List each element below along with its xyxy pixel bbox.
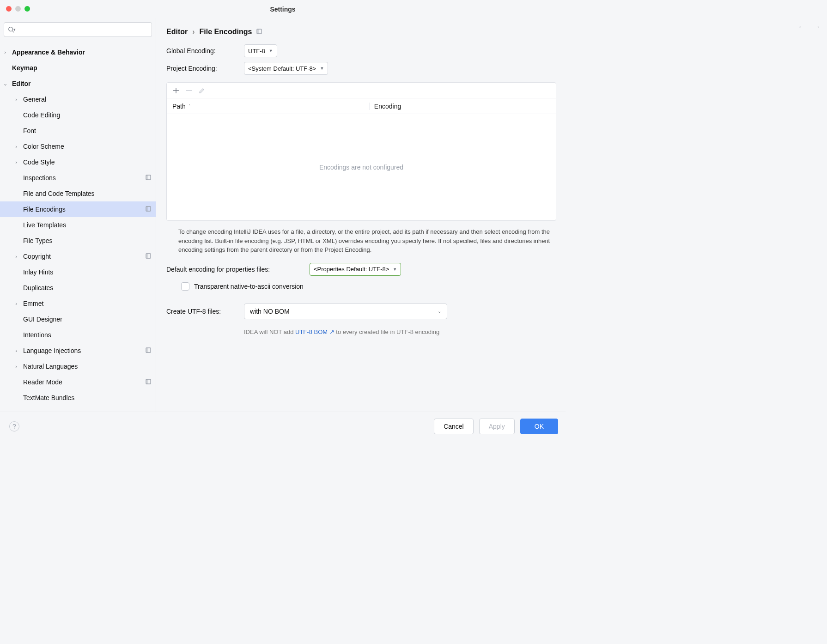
sidebar-item-editor[interactable]: ⌄Editor bbox=[0, 76, 156, 91]
table-empty-message: Encodings are not configured bbox=[167, 114, 556, 220]
settings-tree[interactable]: ›Appearance & BehaviorKeymap⌄Editor›Gene… bbox=[0, 40, 156, 412]
ok-button[interactable]: OK bbox=[520, 419, 558, 434]
sidebar-item-file-and-code-templates[interactable]: File and Code Templates bbox=[0, 186, 156, 201]
properties-files-encoding-dropdown[interactable]: <Properties Default: UTF-8>▼ bbox=[310, 263, 401, 276]
sidebar-item-keymap[interactable]: Keymap bbox=[0, 60, 156, 76]
sidebar-item-label: Color Scheme bbox=[23, 143, 152, 150]
expand-arrow-icon: › bbox=[13, 144, 19, 149]
sidebar-item-reader-mode[interactable]: Reader Mode bbox=[0, 374, 156, 390]
sidebar-item-label: Appearance & Behavior bbox=[12, 49, 152, 56]
svg-rect-5 bbox=[146, 207, 148, 211]
add-button[interactable] bbox=[171, 86, 181, 95]
svg-rect-7 bbox=[146, 254, 148, 258]
project-scope-badge-icon bbox=[146, 253, 152, 260]
encoding-column-header[interactable]: Encoding bbox=[369, 103, 556, 110]
sidebar-item-label: Intentions bbox=[23, 331, 152, 339]
sidebar-item-label: Reader Mode bbox=[23, 378, 146, 386]
sidebar-item-file-encodings[interactable]: File Encodings bbox=[0, 201, 156, 217]
encodings-table: Path˄ Encoding Encodings are not configu… bbox=[166, 82, 556, 221]
bom-hint-text: IDEA will NOT add UTF-8 BOM ↗ to every c… bbox=[244, 328, 556, 335]
sidebar-item-natural-languages[interactable]: ›Natural Languages bbox=[0, 358, 156, 374]
native-to-ascii-checkbox[interactable] bbox=[181, 282, 189, 291]
expand-arrow-icon: › bbox=[13, 254, 19, 259]
breadcrumb-editor[interactable]: Editor bbox=[166, 28, 188, 36]
expand-arrow-icon: ⌄ bbox=[2, 81, 8, 87]
expand-arrow-icon: › bbox=[13, 301, 19, 306]
sidebar-item-label: File Types bbox=[23, 237, 152, 244]
svg-rect-9 bbox=[146, 348, 148, 352]
sidebar: ▾ ›Appearance & BehaviorKeymap⌄Editor›Ge… bbox=[0, 18, 156, 412]
edit-button bbox=[197, 86, 207, 95]
sidebar-item-label: GUI Designer bbox=[23, 316, 152, 323]
sidebar-item-code-style[interactable]: ›Code Style bbox=[0, 154, 156, 170]
sidebar-item-live-templates[interactable]: Live Templates bbox=[0, 217, 156, 233]
chevron-right-icon: › bbox=[192, 28, 195, 36]
global-encoding-label: Global Encoding: bbox=[166, 47, 244, 55]
cancel-button[interactable]: Cancel bbox=[434, 419, 474, 434]
sidebar-item-duplicates[interactable]: Duplicates bbox=[0, 280, 156, 296]
apply-button: Apply bbox=[479, 419, 515, 434]
sidebar-item-label: Font bbox=[23, 127, 152, 134]
svg-rect-11 bbox=[146, 379, 148, 384]
path-column-header[interactable]: Path bbox=[172, 103, 186, 110]
expand-arrow-icon: › bbox=[13, 159, 19, 165]
sidebar-item-label: Live Templates bbox=[23, 221, 152, 229]
utf8-bom-link[interactable]: UTF-8 BOM ↗ bbox=[295, 328, 334, 335]
sidebar-item-general[interactable]: ›General bbox=[0, 91, 156, 107]
sidebar-item-gui-designer[interactable]: GUI Designer bbox=[0, 311, 156, 327]
sidebar-item-label: General bbox=[23, 96, 152, 103]
svg-rect-13 bbox=[257, 29, 259, 34]
expand-arrow-icon: › bbox=[13, 97, 19, 102]
search-history-chevron-icon[interactable]: ▾ bbox=[13, 27, 16, 32]
window-title: Settings bbox=[270, 6, 295, 13]
project-encoding-dropdown[interactable]: <System Default: UTF-8>▼ bbox=[244, 62, 328, 75]
expand-arrow-icon: › bbox=[2, 49, 8, 55]
help-button[interactable]: ? bbox=[9, 421, 19, 431]
project-encoding-label: Project Encoding: bbox=[166, 65, 244, 72]
close-window-button[interactable] bbox=[6, 6, 12, 12]
chevron-down-icon: ▼ bbox=[320, 66, 324, 71]
sidebar-item-appearance-behavior[interactable]: ›Appearance & Behavior bbox=[0, 44, 156, 60]
sidebar-item-label: File Encodings bbox=[23, 206, 146, 213]
sidebar-item-emmet[interactable]: ›Emmet bbox=[0, 296, 156, 311]
properties-files-encoding-label: Default encoding for properties files: bbox=[166, 266, 310, 273]
sidebar-item-label: Code Editing bbox=[23, 111, 152, 119]
project-scope-badge-icon bbox=[256, 29, 262, 35]
project-scope-badge-icon bbox=[146, 347, 152, 354]
sidebar-item-label: Editor bbox=[12, 80, 152, 87]
sidebar-item-intentions[interactable]: Intentions bbox=[0, 327, 156, 343]
sidebar-item-label: Duplicates bbox=[23, 284, 152, 292]
sidebar-item-label: Natural Languages bbox=[23, 363, 152, 370]
sidebar-item-inspections[interactable]: Inspections bbox=[0, 170, 156, 186]
sidebar-item-font[interactable]: Font bbox=[0, 123, 156, 139]
maximize-window-button[interactable] bbox=[24, 6, 30, 12]
main-panel: ← → Editor › File Encodings Global Encod… bbox=[156, 18, 566, 412]
sidebar-item-color-scheme[interactable]: ›Color Scheme bbox=[0, 139, 156, 154]
sidebar-item-file-types[interactable]: File Types bbox=[0, 233, 156, 249]
sidebar-item-label: Copyright bbox=[23, 253, 146, 260]
sidebar-item-label: File and Code Templates bbox=[23, 190, 152, 197]
svg-point-0 bbox=[9, 27, 13, 31]
svg-rect-3 bbox=[146, 175, 148, 180]
expand-arrow-icon: › bbox=[13, 348, 19, 353]
sidebar-item-label: Emmet bbox=[23, 300, 152, 307]
sidebar-item-code-editing[interactable]: Code Editing bbox=[0, 107, 156, 123]
sidebar-item-copyright[interactable]: ›Copyright bbox=[0, 249, 156, 264]
sidebar-item-label: TextMate Bundles bbox=[23, 394, 152, 401]
chevron-down-icon: ⌄ bbox=[438, 309, 441, 314]
global-encoding-dropdown[interactable]: UTF-8▼ bbox=[244, 44, 277, 57]
sidebar-item-textmate-bundles[interactable]: TextMate Bundles bbox=[0, 390, 156, 406]
breadcrumb-file-encodings: File Encodings bbox=[200, 28, 252, 36]
sidebar-item-label: Inspections bbox=[23, 174, 146, 182]
sidebar-item-language-injections[interactable]: ›Language Injections bbox=[0, 343, 156, 358]
search-input[interactable]: ▾ bbox=[4, 22, 152, 37]
expand-arrow-icon: › bbox=[13, 364, 19, 369]
project-scope-badge-icon bbox=[146, 378, 152, 386]
sidebar-item-label: Code Style bbox=[23, 158, 152, 166]
sidebar-item-label: Keymap bbox=[12, 64, 152, 72]
native-to-ascii-label: Transparent native-to-ascii conversion bbox=[194, 283, 304, 290]
encoding-description-text: To change encoding IntelliJ IDEA uses fo… bbox=[178, 227, 556, 255]
minimize-window-button[interactable] bbox=[15, 6, 21, 12]
sidebar-item-inlay-hints[interactable]: Inlay Hints bbox=[0, 264, 156, 280]
bom-mode-dropdown[interactable]: with NO BOM⌄ bbox=[244, 304, 447, 319]
